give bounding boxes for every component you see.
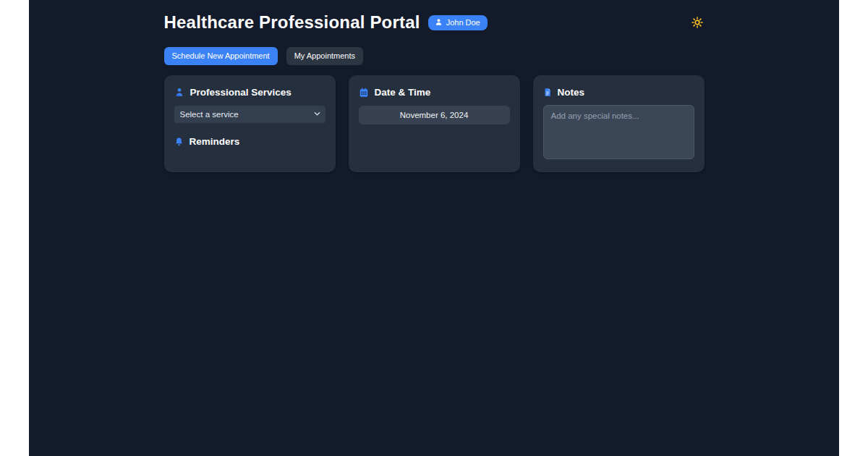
notes-textarea[interactable] [543, 105, 694, 159]
notes-header: Notes [543, 87, 694, 98]
app-page: Healthcare Professional Portal John Doe [29, 0, 839, 456]
service-select-wrap: Select a service [174, 106, 326, 123]
service-select[interactable]: Select a service [174, 106, 326, 123]
calendar-icon [359, 87, 369, 98]
professional-services-header: Professional Services [174, 87, 326, 98]
professional-services-title: Professional Services [190, 87, 292, 98]
date-time-card: Date & Time November 6, 2024 [349, 75, 520, 172]
tab-schedule-new-appointment[interactable]: Schedule New Appointment [164, 47, 278, 65]
reminders-header: Reminders [174, 136, 326, 147]
date-picker-field[interactable]: November 6, 2024 [359, 106, 510, 124]
date-time-title: Date & Time [375, 87, 431, 98]
doctor-icon [174, 87, 184, 98]
user-icon [435, 18, 443, 26]
tab-my-appointments[interactable]: My Appointments [286, 47, 363, 65]
theme-toggle-button[interactable] [690, 15, 705, 30]
cards-grid: Professional Services Select a service [164, 75, 705, 172]
notes-card: Notes [533, 75, 705, 172]
page-title: Healthcare Professional Portal [164, 12, 420, 33]
header-left: Healthcare Professional Portal John Doe [164, 12, 488, 33]
content-container: Healthcare Professional Portal John Doe [164, 0, 705, 172]
tab-bar: Schedule New Appointment My Appointments [164, 47, 705, 65]
header: Healthcare Professional Portal John Doe [164, 12, 705, 33]
notes-title: Notes [558, 87, 585, 98]
professional-services-card: Professional Services Select a service [164, 75, 336, 172]
date-time-header: Date & Time [359, 87, 510, 98]
note-icon [543, 87, 552, 98]
sun-icon [692, 17, 703, 28]
bell-icon [174, 137, 184, 147]
reminders-title: Reminders [190, 136, 240, 147]
user-badge[interactable]: John Doe [428, 15, 488, 30]
user-badge-label: John Doe [446, 18, 480, 27]
